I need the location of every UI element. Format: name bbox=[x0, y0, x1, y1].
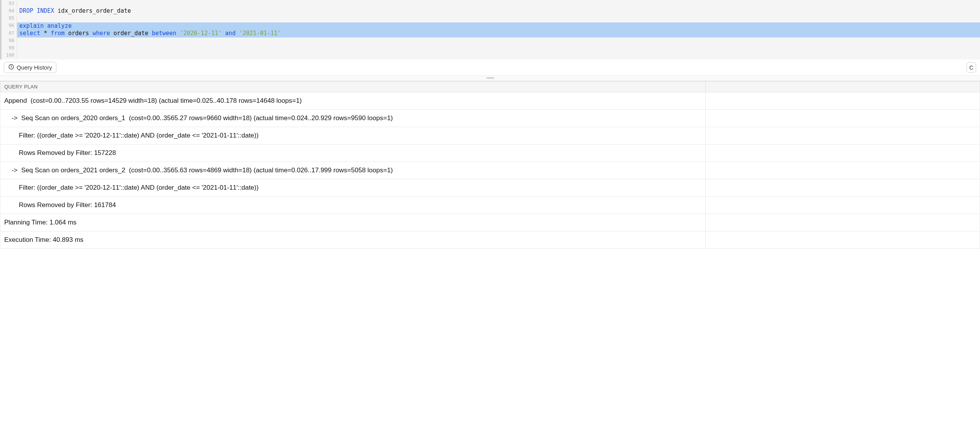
empty-cell bbox=[705, 109, 980, 127]
table-row[interactable]: Filter: ((order_date >= '2020-12-11'::da… bbox=[0, 127, 980, 144]
code-line[interactable]: 100 bbox=[2, 52, 980, 59]
query-plan-text: Filter: ((order_date >= '2020-12-11'::da… bbox=[4, 184, 258, 191]
code-token: between bbox=[152, 30, 176, 37]
code-token: explain bbox=[19, 22, 44, 29]
line-number: 93 bbox=[2, 1, 17, 7]
code-content[interactable]: DROP INDEX idx_orders_order_date bbox=[17, 7, 980, 15]
code-token: '2021-01-11' bbox=[239, 30, 281, 37]
clock-icon bbox=[8, 64, 14, 71]
table-row[interactable]: Execution Time: 40.893 ms bbox=[0, 231, 980, 248]
code-content[interactable]: select * from orders where order_date be… bbox=[17, 30, 980, 37]
code-token bbox=[236, 30, 239, 37]
code-line[interactable]: 95 bbox=[2, 15, 980, 22]
query-plan-cell[interactable]: Rows Removed by Filter: 161784 bbox=[0, 196, 706, 214]
empty-cell bbox=[705, 231, 980, 248]
line-number: 98 bbox=[2, 38, 17, 44]
line-number: 95 bbox=[2, 15, 17, 22]
code-token: from bbox=[51, 30, 65, 37]
query-plan-cell[interactable]: Execution Time: 40.893 ms bbox=[0, 231, 706, 248]
code-token: where bbox=[93, 30, 110, 37]
query-plan-cell[interactable]: -> Seq Scan on orders_2020 orders_1 (cos… bbox=[0, 109, 706, 127]
line-number: 94 bbox=[2, 8, 17, 14]
query-plan-cell[interactable]: Rows Removed by Filter: 157228 bbox=[0, 144, 706, 161]
empty-cell bbox=[705, 144, 980, 161]
code-token: and bbox=[225, 30, 236, 37]
code-token: idx_orders_order_date bbox=[54, 7, 131, 14]
empty-cell bbox=[705, 161, 980, 179]
code-token: INDEX bbox=[37, 7, 54, 14]
code-line[interactable]: 93 bbox=[2, 0, 980, 7]
code-content[interactable]: explain analyze bbox=[17, 22, 980, 30]
sql-editor[interactable]: 9394DROP INDEX idx_orders_order_date9596… bbox=[0, 0, 980, 59]
truncated-right-button[interactable]: C bbox=[966, 62, 976, 73]
query-plan-text: Rows Removed by Filter: 157228 bbox=[4, 149, 116, 156]
table-row[interactable]: Planning Time: 1.064 ms bbox=[0, 214, 980, 231]
query-plan-text: Execution Time: 40.893 ms bbox=[4, 236, 83, 243]
query-plan-text: Filter: ((order_date >= '2020-12-11'::da… bbox=[4, 132, 258, 139]
query-plan-cell[interactable]: -> Seq Scan on orders_2021 orders_2 (cos… bbox=[0, 161, 706, 179]
empty-cell bbox=[705, 196, 980, 214]
query-plan-text: Rows Removed by Filter: 161784 bbox=[4, 201, 116, 209]
code-line[interactable]: 97select * from orders where order_date … bbox=[2, 30, 980, 37]
table-row[interactable]: Rows Removed by Filter: 161784 bbox=[0, 196, 980, 214]
line-number: 99 bbox=[2, 45, 17, 51]
code-token: analyze bbox=[47, 22, 71, 29]
code-token: select bbox=[19, 30, 40, 37]
query-history-button[interactable]: Query History bbox=[4, 62, 56, 73]
query-plan-cell[interactable]: Filter: ((order_date >= '2020-12-11'::da… bbox=[0, 179, 706, 196]
query-plan-cell[interactable]: Filter: ((order_date >= '2020-12-11'::da… bbox=[0, 127, 706, 144]
pane-resize-handle[interactable] bbox=[0, 76, 980, 81]
drag-handle-icon bbox=[486, 77, 494, 79]
line-number: 100 bbox=[2, 53, 17, 59]
code-line[interactable]: 99 bbox=[2, 45, 980, 52]
query-plan-text: Append (cost=0.00..7203.55 rows=14529 wi… bbox=[4, 97, 302, 104]
code-token bbox=[222, 30, 225, 37]
table-row[interactable]: -> Seq Scan on orders_2021 orders_2 (cos… bbox=[0, 161, 980, 179]
query-plan-text: -> Seq Scan on orders_2020 orders_1 (cos… bbox=[4, 114, 393, 122]
table-row[interactable]: Append (cost=0.00..7203.55 rows=14529 wi… bbox=[0, 92, 980, 109]
code-token: '2020-12-11' bbox=[180, 30, 221, 37]
line-number: 96 bbox=[2, 23, 17, 29]
code-line[interactable]: 96explain analyze bbox=[2, 22, 980, 30]
table-row[interactable]: Filter: ((order_date >= '2020-12-11'::da… bbox=[0, 179, 980, 196]
column-header-empty[interactable] bbox=[705, 81, 980, 92]
query-plan-cell[interactable]: Append (cost=0.00..7203.55 rows=14529 wi… bbox=[0, 92, 706, 109]
column-header-query-plan[interactable]: QUERY PLAN bbox=[0, 81, 706, 92]
code-line[interactable]: 98 bbox=[2, 37, 980, 45]
code-token bbox=[33, 7, 37, 14]
code-token bbox=[44, 22, 47, 29]
query-plan-cell[interactable]: Planning Time: 1.064 ms bbox=[0, 214, 706, 231]
code-token: DROP bbox=[19, 7, 33, 14]
code-token: orders bbox=[65, 30, 92, 37]
empty-cell bbox=[705, 92, 980, 109]
query-plan-table: QUERY PLAN Append (cost=0.00..7203.55 ro… bbox=[0, 81, 980, 249]
code-line[interactable]: 94DROP INDEX idx_orders_order_date bbox=[2, 7, 980, 15]
table-row[interactable]: Rows Removed by Filter: 157228 bbox=[0, 144, 980, 161]
results-toolbar: Query History C bbox=[0, 59, 980, 76]
empty-cell bbox=[705, 214, 980, 231]
empty-cell bbox=[705, 179, 980, 196]
query-plan-text: Planning Time: 1.064 ms bbox=[4, 219, 76, 226]
query-history-label: Query History bbox=[17, 64, 52, 71]
empty-cell bbox=[705, 127, 980, 144]
query-plan-text: -> Seq Scan on orders_2021 orders_2 (cos… bbox=[4, 167, 393, 174]
line-number: 97 bbox=[2, 31, 17, 37]
code-token: order_date bbox=[110, 30, 152, 37]
code-token: * bbox=[40, 30, 51, 37]
table-row[interactable]: -> Seq Scan on orders_2020 orders_1 (cos… bbox=[0, 109, 980, 127]
